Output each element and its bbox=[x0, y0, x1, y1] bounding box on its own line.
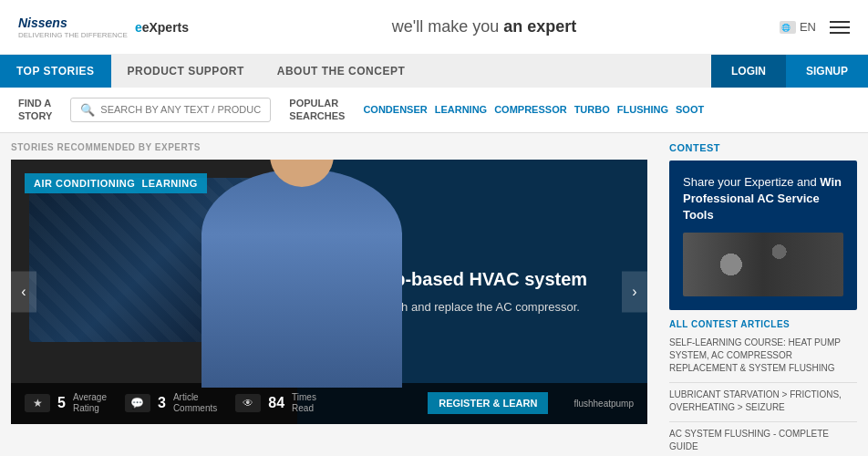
stories-section: STORIES RECOMMENDED BY EXPERTS AIR CONDI… bbox=[0, 133, 658, 456]
stats-bar: ★ 5 Average Rating 💬 3 Article Comments bbox=[11, 383, 647, 424]
stat-rating-label: Average Rating bbox=[73, 392, 107, 414]
contest-article-0[interactable]: SELF-LEARNING COURSE: HEAT PUMP SYSTEM, … bbox=[669, 337, 857, 375]
stat-reads: 👁 84 Times Read bbox=[235, 392, 316, 414]
eye-icon: 👁 bbox=[235, 394, 261, 412]
contest-label: CONTEST bbox=[669, 142, 857, 153]
tag-condenser[interactable]: CONDENSER bbox=[363, 104, 427, 115]
tag-learning[interactable]: LEARNING bbox=[435, 104, 487, 115]
stat-comments: 💬 3 Article Comments bbox=[125, 392, 217, 414]
tag-compressor[interactable]: COMPRESSOR bbox=[494, 104, 566, 115]
header-right: 🌐 EN bbox=[780, 20, 850, 34]
divider-0 bbox=[669, 382, 857, 383]
search-bar: FIND A STORY 🔍 POPULAR SEARCHES CONDENSE… bbox=[0, 88, 868, 133]
contest-section: CONTEST Share your Expertize and Win Pro… bbox=[658, 133, 868, 456]
stat-rating: ★ 5 Average Rating bbox=[25, 392, 107, 414]
person-figure bbox=[202, 169, 402, 388]
translate-icon: 🌐 bbox=[780, 21, 796, 34]
tools-visual bbox=[683, 233, 843, 296]
nav-auth: LOGIN SIGNUP bbox=[711, 55, 868, 88]
contest-articles-label: ALL CONTEST ARTICLES bbox=[669, 319, 857, 329]
nav-product-support[interactable]: PRODUCT SUPPORT bbox=[111, 55, 261, 88]
carousel-next-button[interactable]: › bbox=[622, 271, 647, 312]
stat-comments-label: Article Comments bbox=[173, 392, 217, 414]
nav-top-stories[interactable]: TOP STORIES bbox=[0, 55, 111, 88]
carousel-prev-button[interactable]: ‹ bbox=[11, 271, 36, 312]
signup-button[interactable]: SIGNUP bbox=[786, 55, 868, 88]
search-input-wrap: 🔍 bbox=[70, 98, 271, 122]
story-badge: AIR CONDITIONING LEARNING bbox=[25, 173, 207, 193]
search-icon: 🔍 bbox=[80, 103, 95, 117]
source-tag: flushheatpump bbox=[574, 399, 634, 409]
nav-bar: TOP STORIES PRODUCT SUPPORT ABOUT THE CO… bbox=[0, 55, 868, 88]
stat-reads-label: Times Read bbox=[292, 392, 316, 414]
contest-card-text: Share your Expertize and Win Professiona… bbox=[683, 174, 843, 224]
comment-icon: 💬 bbox=[125, 394, 150, 412]
register-button[interactable]: Register & Learn bbox=[428, 392, 548, 414]
contest-article-1[interactable]: LUBRICANT STARVATION > FRICTIONS, OVERHE… bbox=[669, 389, 857, 414]
experts-logo: eeXperts bbox=[135, 19, 189, 36]
contest-tools-image bbox=[683, 233, 843, 296]
language-selector[interactable]: 🌐 EN bbox=[780, 20, 816, 34]
divider-1 bbox=[669, 421, 857, 422]
login-button[interactable]: LOGIN bbox=[711, 55, 786, 88]
carousel: AIR CONDITIONING LEARNING Heat pump-base… bbox=[11, 160, 647, 424]
logo-area: Nissens DELIVERING THE DIFFERENCE eeXper… bbox=[18, 15, 189, 39]
tagline: we'll make you an expert bbox=[189, 17, 780, 36]
nav-about-concept[interactable]: ABOUT THE CONCEPT bbox=[261, 55, 422, 88]
main-content: STORIES RECOMMENDED BY EXPERTS AIR CONDI… bbox=[0, 133, 868, 456]
contest-article-2[interactable]: AC System Flushing - Complete Guide bbox=[669, 428, 857, 453]
hamburger-menu[interactable] bbox=[830, 21, 850, 34]
nissens-logo: Nissens DELIVERING THE DIFFERENCE bbox=[18, 15, 128, 39]
header: Nissens DELIVERING THE DIFFERENCE eeXper… bbox=[0, 0, 868, 55]
tag-soot[interactable]: SOOT bbox=[676, 104, 704, 115]
tag-turbo[interactable]: TURBO bbox=[574, 104, 610, 115]
popular-searches-label: POPULAR SEARCHES bbox=[289, 97, 345, 123]
svg-text:🌐: 🌐 bbox=[781, 23, 790, 32]
search-tags: CONDENSER LEARNING COMPRESSOR TURBO FLUS… bbox=[363, 104, 704, 115]
tag-flushing[interactable]: FLUSHING bbox=[617, 104, 668, 115]
find-story-label: FIND A STORY bbox=[18, 97, 52, 123]
stories-section-label: STORIES RECOMMENDED BY EXPERTS bbox=[11, 142, 647, 152]
search-input[interactable] bbox=[100, 104, 261, 115]
star-icon: ★ bbox=[25, 394, 50, 412]
person-head bbox=[270, 160, 334, 187]
contest-card: Share your Expertize and Win Professiona… bbox=[669, 161, 857, 311]
